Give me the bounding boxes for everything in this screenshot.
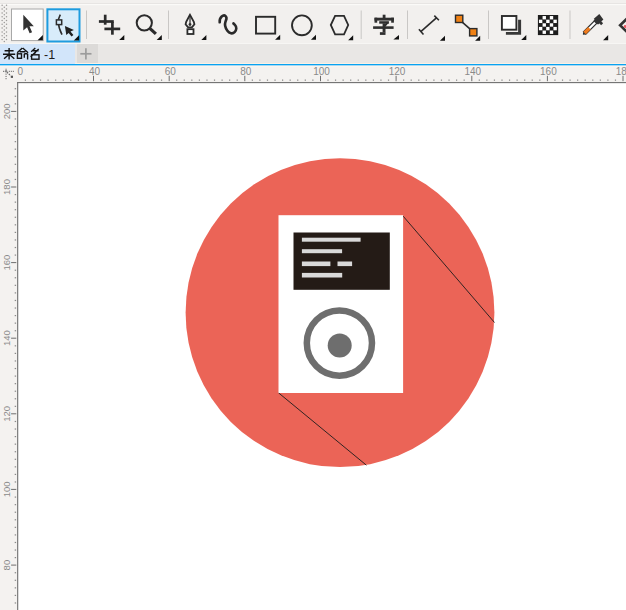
svg-text:140: 140: [1, 330, 12, 346]
svg-text:200: 200: [1, 103, 12, 119]
svg-text:180: 180: [616, 66, 626, 77]
svg-text:80: 80: [1, 560, 12, 571]
svg-text:140: 140: [464, 66, 481, 77]
svg-text:-1: -1: [44, 48, 55, 62]
svg-text:80: 80: [240, 66, 252, 77]
svg-text:160: 160: [540, 66, 557, 77]
svg-text:60: 60: [165, 66, 177, 77]
svg-text:160: 160: [1, 255, 12, 271]
svg-text:120: 120: [389, 66, 406, 77]
svg-text:100: 100: [313, 66, 330, 77]
svg-text:120: 120: [1, 406, 12, 422]
svg-text:0: 0: [18, 66, 24, 77]
svg-text:100: 100: [1, 481, 12, 497]
svg-text:40: 40: [89, 66, 101, 77]
svg-text:180: 180: [1, 179, 12, 195]
